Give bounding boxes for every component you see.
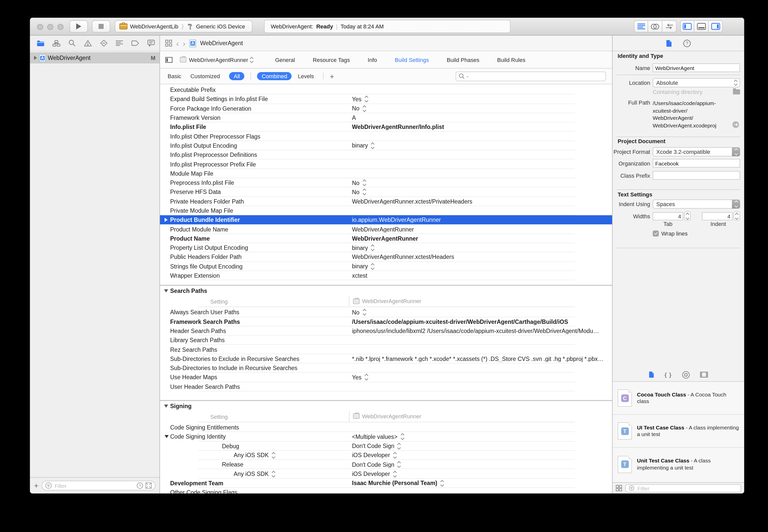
indent-width-stepper[interactable] bbox=[733, 211, 740, 221]
library-filter-field[interactable] bbox=[625, 484, 741, 492]
project-format-dropdown[interactable]: Xcode 3.2-compatible bbox=[653, 147, 740, 156]
setting-value[interactable]: Don't Code Sign bbox=[352, 443, 395, 449]
hide-navigator-pane-icon[interactable] bbox=[165, 57, 173, 63]
setting-row[interactable]: Preserve HFS Data No bbox=[160, 188, 612, 197]
value-stepper-icon[interactable] bbox=[397, 461, 402, 468]
scope-combined[interactable]: Combined bbox=[257, 72, 291, 80]
setting-value[interactable]: WebDriverAgentRunner.xctest/Headers bbox=[352, 254, 454, 260]
class-prefix-field[interactable] bbox=[653, 171, 740, 180]
version-editor-button[interactable] bbox=[662, 20, 677, 32]
search-paths-header[interactable]: Search Paths bbox=[160, 286, 612, 296]
forward-button[interactable]: › bbox=[183, 39, 185, 47]
setting-value[interactable]: xctest bbox=[352, 273, 367, 279]
setting-row[interactable]: Module Map File bbox=[160, 169, 612, 178]
library-item[interactable]: T Unit Test Case Class - A class impleme… bbox=[613, 448, 744, 481]
value-stepper-icon[interactable] bbox=[393, 471, 397, 477]
scheme-selector[interactable]: WebDriverAgentLib ⟩ Generic iOS Device bbox=[115, 20, 252, 32]
value-stepper-icon[interactable] bbox=[393, 452, 397, 459]
label-stepper-icon[interactable] bbox=[271, 452, 276, 459]
navigator-toggle-button[interactable] bbox=[680, 20, 694, 32]
setting-value[interactable]: <Multiple values> bbox=[352, 434, 398, 440]
value-stepper-icon[interactable] bbox=[370, 142, 375, 149]
indent-using-dropdown[interactable]: Spaces bbox=[653, 199, 740, 209]
setting-row[interactable]: Use Header Maps Yes bbox=[160, 373, 612, 382]
scope-all[interactable]: All bbox=[229, 72, 244, 80]
run-button[interactable] bbox=[70, 20, 88, 32]
setting-row[interactable]: Info.plist Preprocessor Prefix File bbox=[160, 160, 612, 169]
zoom-button[interactable] bbox=[57, 24, 63, 30]
value-stepper-icon[interactable] bbox=[397, 443, 402, 449]
help-inspector-tab-icon[interactable]: ? bbox=[683, 39, 691, 47]
setting-value[interactable]: WebDriverAgentRunner.xctest/PrivateHeade… bbox=[352, 198, 473, 204]
assistant-editor-button[interactable] bbox=[648, 20, 662, 32]
library-item[interactable]: T UI Test Case Class - A class implement… bbox=[613, 415, 744, 448]
setting-row[interactable]: Strings file Output Encoding binary bbox=[160, 262, 612, 271]
editor-tab[interactable]: Resource Tags bbox=[312, 57, 350, 63]
organization-field[interactable] bbox=[653, 159, 740, 168]
setting-value[interactable]: /Users/isaac/code/appium-xcuitest-driver… bbox=[352, 319, 568, 325]
disclosure-triangle-icon[interactable] bbox=[34, 56, 37, 60]
add-button[interactable]: + bbox=[34, 481, 39, 490]
signing-header[interactable]: Signing bbox=[160, 401, 612, 411]
setting-row[interactable]: Code Signing Identity <Multiple values> bbox=[160, 432, 612, 441]
setting-row[interactable]: Rez Search Paths bbox=[160, 345, 612, 354]
setting-value[interactable]: WebDriverAgentRunner bbox=[352, 236, 418, 242]
editor-tab[interactable]: Build Rules bbox=[497, 57, 525, 63]
setting-row[interactable]: Info.plist File WebDriverAgentRunner/Inf… bbox=[160, 122, 612, 132]
editor-tab[interactable]: Info bbox=[368, 57, 377, 63]
setting-row[interactable]: Always Search User Paths No bbox=[160, 308, 612, 317]
setting-value[interactable]: binary bbox=[352, 245, 368, 251]
clock-icon[interactable] bbox=[137, 482, 143, 489]
target-stepper-icon[interactable] bbox=[250, 57, 254, 63]
value-stepper-icon[interactable] bbox=[362, 179, 366, 186]
value-stepper-icon[interactable] bbox=[370, 244, 375, 251]
setting-row[interactable]: Code Signing Entitlements bbox=[160, 423, 612, 432]
scope-customized[interactable]: Customized bbox=[190, 73, 220, 79]
setting-value[interactable]: WebDriverAgentRunner bbox=[352, 226, 414, 232]
issue-navigator-tab[interactable] bbox=[83, 40, 92, 47]
back-button[interactable]: ‹ bbox=[176, 39, 179, 47]
setting-value[interactable]: binary bbox=[352, 143, 368, 149]
setting-row[interactable]: Info.plist Other Preprocessor Flags bbox=[160, 132, 612, 141]
setting-value[interactable]: Isaac Murchie (Personal Team) bbox=[352, 480, 437, 486]
value-stepper-icon[interactable] bbox=[362, 309, 366, 316]
add-setting-button[interactable]: + bbox=[330, 72, 334, 80]
target-selector[interactable]: WebDriverAgentRunner bbox=[189, 57, 248, 63]
setting-row[interactable]: Expand Build Settings in Info.plist File… bbox=[160, 95, 612, 104]
editor-tab[interactable]: Build Settings bbox=[395, 57, 429, 63]
setting-row[interactable]: Product Name WebDriverAgentRunner bbox=[160, 234, 612, 243]
scope-basic[interactable]: Basic bbox=[168, 73, 181, 79]
navigator-filter-field[interactable] bbox=[42, 481, 155, 490]
setting-row[interactable]: Private Module Map File bbox=[160, 206, 612, 215]
setting-row[interactable]: Private Headers Folder Path WebDriverAge… bbox=[160, 197, 612, 206]
setting-row[interactable]: Any iOS SDK iOS Developer bbox=[160, 451, 612, 460]
breakpoint-navigator-tab[interactable] bbox=[130, 40, 140, 46]
setting-value[interactable]: iphoneos/usr/include/libxml2 /Users/isaa… bbox=[352, 328, 599, 334]
setting-row[interactable]: Any iOS SDK iOS Developer bbox=[160, 469, 612, 479]
setting-value[interactable]: iOS Developer bbox=[352, 452, 390, 458]
value-stepper-icon[interactable] bbox=[362, 189, 366, 195]
open-path-arrow-icon[interactable] bbox=[732, 121, 739, 128]
setting-value[interactable]: Yes bbox=[352, 374, 361, 380]
tab-width-stepper[interactable] bbox=[684, 211, 691, 221]
report-navigator-tab[interactable] bbox=[146, 40, 155, 47]
name-field[interactable] bbox=[653, 63, 740, 72]
setting-value[interactable]: No bbox=[352, 105, 359, 111]
search-navigator-tab[interactable] bbox=[68, 40, 77, 47]
folder-icon[interactable] bbox=[733, 89, 740, 94]
editor-tab[interactable]: General bbox=[275, 57, 295, 63]
setting-row[interactable]: Info.plist Output Encoding binary bbox=[160, 141, 612, 151]
setting-value[interactable]: Don't Code Sign bbox=[352, 461, 395, 468]
settings-search-field[interactable]: ⌄ bbox=[456, 71, 606, 81]
row-disclosure-icon[interactable] bbox=[165, 218, 168, 222]
standard-editor-button[interactable] bbox=[634, 20, 648, 32]
scope-levels[interactable]: Levels bbox=[298, 73, 314, 79]
setting-row[interactable]: Sub-Directories to Include in Recursive … bbox=[160, 363, 612, 373]
setting-row[interactable]: Framework Version A bbox=[160, 113, 612, 123]
library-item[interactable]: C Cocoa Touch Class - A Cocoa Touch clas… bbox=[613, 382, 744, 415]
value-stepper-icon[interactable] bbox=[364, 374, 369, 381]
setting-row[interactable]: Library Search Paths bbox=[160, 336, 612, 345]
stop-button[interactable] bbox=[92, 20, 110, 32]
close-button[interactable] bbox=[37, 24, 43, 30]
setting-row[interactable]: Sub-Directories to Exclude in Recursive … bbox=[160, 354, 612, 363]
